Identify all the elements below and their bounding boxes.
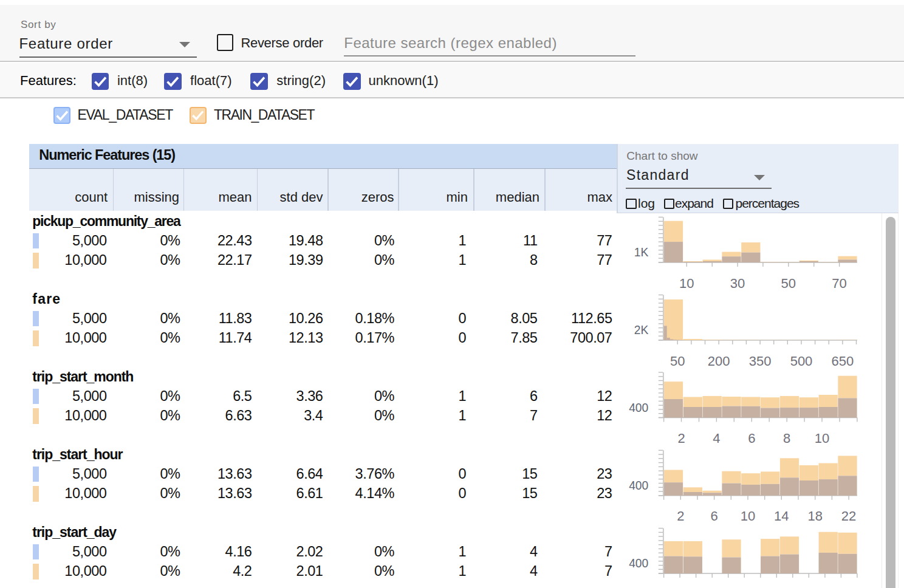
svg-text:8: 8: [783, 431, 790, 446]
svg-text:400: 400: [629, 557, 648, 570]
svg-text:10: 10: [741, 508, 755, 524]
svg-text:650: 650: [832, 354, 854, 369]
svg-text:400: 400: [629, 402, 648, 414]
svg-text:22: 22: [841, 508, 856, 524]
svg-text:6: 6: [748, 431, 755, 446]
svg-text:30: 30: [730, 276, 745, 291]
svg-text:18: 18: [807, 508, 822, 524]
svg-text:350: 350: [749, 354, 772, 369]
svg-text:50: 50: [781, 276, 796, 291]
svg-text:6: 6: [710, 508, 717, 524]
svg-text:400: 400: [629, 479, 648, 492]
svg-text:2: 2: [677, 431, 685, 446]
svg-text:2K: 2K: [634, 324, 649, 337]
svg-text:200: 200: [708, 354, 730, 369]
svg-text:70: 70: [832, 276, 846, 291]
svg-text:14: 14: [774, 508, 789, 524]
svg-text:1K: 1K: [634, 246, 649, 259]
svg-text:10: 10: [815, 431, 829, 446]
svg-text:2: 2: [677, 508, 684, 524]
svg-text:10: 10: [679, 276, 694, 291]
svg-text:500: 500: [790, 354, 813, 369]
svg-text:4: 4: [713, 431, 720, 446]
svg-text:50: 50: [670, 354, 685, 369]
